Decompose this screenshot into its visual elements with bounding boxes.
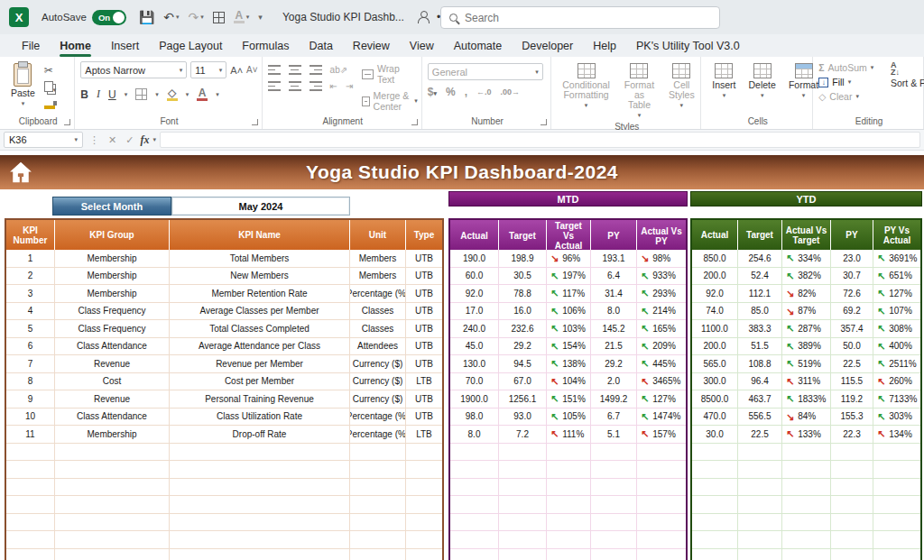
cell[interactable] xyxy=(406,461,442,479)
unit-header[interactable]: Unit xyxy=(350,220,406,250)
trend-cell[interactable]: ↘87% xyxy=(782,303,831,321)
name-box[interactable]: K36 ▾ xyxy=(4,132,83,148)
cell[interactable]: Average Classes per Member xyxy=(170,303,350,321)
cell[interactable]: 29.2 xyxy=(499,338,547,356)
currency-format-button[interactable]: $▾ xyxy=(428,86,437,98)
cell[interactable] xyxy=(6,496,55,514)
mtd-target-vs-actual-header[interactable]: Target Vs Actual xyxy=(547,220,591,252)
cell[interactable] xyxy=(782,531,831,549)
trend-cell[interactable]: ↖165% xyxy=(637,320,686,338)
menu-review[interactable]: Review xyxy=(344,37,399,55)
trend-cell[interactable]: ↖3691% xyxy=(873,250,920,268)
cell[interactable] xyxy=(170,496,350,514)
cell[interactable] xyxy=(406,549,442,560)
cell[interactable]: LTB xyxy=(406,426,442,444)
cell[interactable]: 92.0 xyxy=(450,285,499,303)
cell[interactable]: 112.1 xyxy=(738,285,782,303)
menu-developer[interactable]: Developer xyxy=(513,37,582,55)
trend-cell[interactable]: ↖154% xyxy=(547,338,591,356)
trend-cell[interactable]: ↖260% xyxy=(873,373,920,391)
align-right-icon[interactable] xyxy=(310,81,322,91)
cell[interactable]: 94.5 xyxy=(499,355,547,373)
trend-cell[interactable]: ↖382% xyxy=(782,268,831,286)
font-color-button[interactable]: A ▾ xyxy=(234,11,250,23)
cell[interactable] xyxy=(873,461,920,479)
cell[interactable] xyxy=(450,461,499,479)
cell[interactable] xyxy=(692,514,738,532)
cell[interactable]: 7 xyxy=(6,355,55,373)
cell[interactable]: 357.4 xyxy=(831,320,873,338)
trend-cell[interactable]: ↘84% xyxy=(782,409,831,427)
menu-insert[interactable]: Insert xyxy=(102,37,148,55)
trend-cell[interactable]: ↖303% xyxy=(873,409,920,427)
cell[interactable] xyxy=(782,479,831,497)
cell-borders-icon[interactable] xyxy=(135,88,147,100)
menu-home[interactable]: Home xyxy=(51,37,100,55)
cell[interactable] xyxy=(350,496,406,514)
formula-input[interactable] xyxy=(160,132,920,148)
cell[interactable]: Members xyxy=(350,250,406,268)
cell[interactable] xyxy=(450,479,499,497)
cell[interactable] xyxy=(637,496,686,514)
menu-view[interactable]: View xyxy=(401,37,443,55)
cell[interactable] xyxy=(692,531,738,549)
cell[interactable] xyxy=(170,514,350,532)
cell[interactable]: UTB xyxy=(406,355,442,373)
cell[interactable] xyxy=(450,514,499,532)
trend-cell[interactable]: ↖293% xyxy=(637,285,686,303)
cell[interactable]: UTB xyxy=(406,390,442,409)
cell[interactable]: LTB xyxy=(406,373,442,391)
cell[interactable] xyxy=(350,479,406,497)
trend-cell[interactable]: ↖103% xyxy=(547,320,591,338)
cell[interactable]: Class Attendance xyxy=(55,409,170,427)
cell[interactable]: 67.0 xyxy=(499,373,547,391)
trend-cell[interactable]: ↖134% xyxy=(873,426,920,444)
mtd-target-header[interactable]: Target xyxy=(499,220,547,252)
cell[interactable]: Membership xyxy=(55,268,170,286)
cell[interactable]: 30.0 xyxy=(692,426,738,444)
cell[interactable]: UTB xyxy=(406,338,442,356)
cell[interactable]: 93.0 xyxy=(499,409,547,427)
cell[interactable] xyxy=(782,496,831,514)
cell[interactable] xyxy=(831,461,873,479)
cell[interactable]: Total Classes Completed xyxy=(170,320,350,338)
trend-cell[interactable]: ↖209% xyxy=(637,338,686,356)
cell[interactable] xyxy=(350,444,406,462)
cell[interactable]: 8500.0 xyxy=(692,390,738,409)
ytd-target-header[interactable]: Target xyxy=(738,220,782,250)
mtd-section-header[interactable]: MTD xyxy=(448,191,688,207)
cell[interactable]: 108.8 xyxy=(738,355,782,373)
cell[interactable]: Drop-off Rate xyxy=(170,426,350,444)
cell[interactable] xyxy=(692,461,738,479)
cell[interactable] xyxy=(350,531,406,549)
increase-font-icon[interactable]: A˄ xyxy=(230,65,243,76)
cell[interactable] xyxy=(738,444,782,462)
align-bottom-icon[interactable] xyxy=(310,65,322,75)
cell[interactable]: 200.0 xyxy=(692,338,738,356)
cell[interactable]: 155.3 xyxy=(831,409,873,427)
cell[interactable]: 16.0 xyxy=(499,303,547,321)
cell[interactable]: 69.2 xyxy=(831,303,873,321)
cell[interactable] xyxy=(406,444,442,462)
cell[interactable]: 1900.0 xyxy=(450,390,499,409)
cell[interactable]: 22.5 xyxy=(831,355,873,373)
cell[interactable]: 1256.1 xyxy=(499,390,547,409)
cell[interactable]: 200.0 xyxy=(692,268,738,286)
confirm-entry-icon[interactable]: ✓ xyxy=(123,134,136,146)
trend-cell[interactable]: ↖933% xyxy=(637,268,686,286)
cell[interactable]: 254.6 xyxy=(738,250,782,268)
trend-cell[interactable]: ↖111% xyxy=(547,426,591,444)
cell[interactable]: Total Members xyxy=(170,250,350,268)
trend-cell[interactable]: ↖311% xyxy=(782,373,831,391)
underline-button[interactable]: U xyxy=(108,88,116,101)
ytd-actual-header[interactable]: Actual xyxy=(692,220,738,250)
trend-cell[interactable]: ↖445% xyxy=(637,355,686,373)
cell[interactable]: 98.0 xyxy=(450,409,499,427)
undo-button[interactable]: ↶▾ xyxy=(163,10,179,24)
cell[interactable] xyxy=(782,514,831,532)
save-button[interactable]: 💾 xyxy=(139,10,154,24)
cell[interactable]: Class Frequency xyxy=(55,320,170,338)
cell[interactable]: Membership xyxy=(55,250,170,268)
cell[interactable]: 70.0 xyxy=(450,373,499,391)
select-month-button[interactable]: Select Month xyxy=(52,197,171,216)
